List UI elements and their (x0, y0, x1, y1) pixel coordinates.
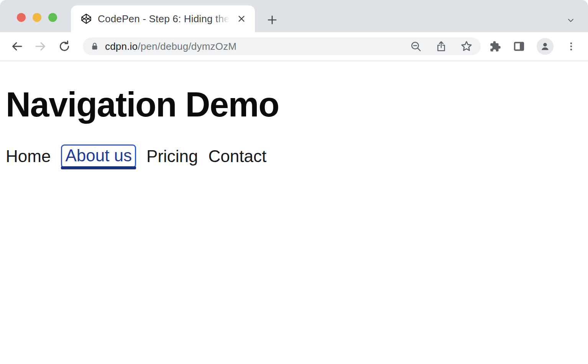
address-bar[interactable]: cdpn.io/pen/debug/dymzOzM (83, 38, 481, 55)
share-icon[interactable] (435, 40, 448, 53)
toolbar-actions (488, 38, 578, 55)
profile-avatar[interactable] (537, 38, 554, 55)
bookmark-star-icon[interactable] (460, 40, 473, 53)
menu-kebab-icon[interactable] (564, 39, 578, 53)
tab-close-icon[interactable] (235, 12, 248, 25)
omnibox-actions (409, 40, 473, 53)
zoom-out-icon[interactable] (409, 40, 422, 53)
nav-link-about-us[interactable]: About us (61, 144, 136, 168)
codepen-logo-icon (81, 13, 92, 24)
traffic-lights (17, 13, 57, 22)
forward-button[interactable] (31, 37, 50, 56)
browser-toolbar: cdpn.io/pen/debug/dymzOzM (0, 32, 588, 61)
window-minimize-button[interactable] (33, 13, 41, 22)
new-tab-button[interactable] (264, 12, 280, 28)
window-maximize-button[interactable] (48, 13, 57, 22)
reload-button[interactable] (55, 37, 74, 56)
lock-icon[interactable] (90, 41, 100, 51)
url-path: /pen/debug/dymzOzM (138, 41, 237, 52)
browser-tab[interactable]: CodePen - Step 6: Hiding the li (71, 5, 255, 32)
extensions-puzzle-icon[interactable] (488, 39, 501, 53)
url-text: cdpn.io/pen/debug/dymzOzM (105, 41, 237, 52)
tab-strip: CodePen - Step 6: Hiding the li (0, 0, 588, 32)
tab-curve-right (255, 26, 261, 32)
toolbar-divider (0, 61, 588, 61)
browser-window: CodePen - Step 6: Hiding the li (0, 0, 588, 364)
url-domain: cdpn.io (105, 41, 138, 52)
tab-curve-left (65, 26, 71, 32)
window-close-button[interactable] (17, 13, 26, 22)
nav-link-home[interactable]: Home (6, 147, 51, 166)
site-navigation: Home About us Pricing Contact (6, 144, 588, 168)
page-content: Navigation Demo Home About us Pricing Co… (0, 87, 588, 168)
page-title: Navigation Demo (6, 87, 588, 123)
back-button[interactable] (8, 37, 26, 56)
nav-link-pricing[interactable]: Pricing (146, 147, 198, 166)
nav-link-contact[interactable]: Contact (209, 147, 267, 166)
side-panel-icon[interactable] (512, 39, 526, 53)
tab-search-chevron-icon[interactable] (565, 15, 577, 26)
tab-title: CodePen - Step 6: Hiding the li (98, 13, 232, 25)
